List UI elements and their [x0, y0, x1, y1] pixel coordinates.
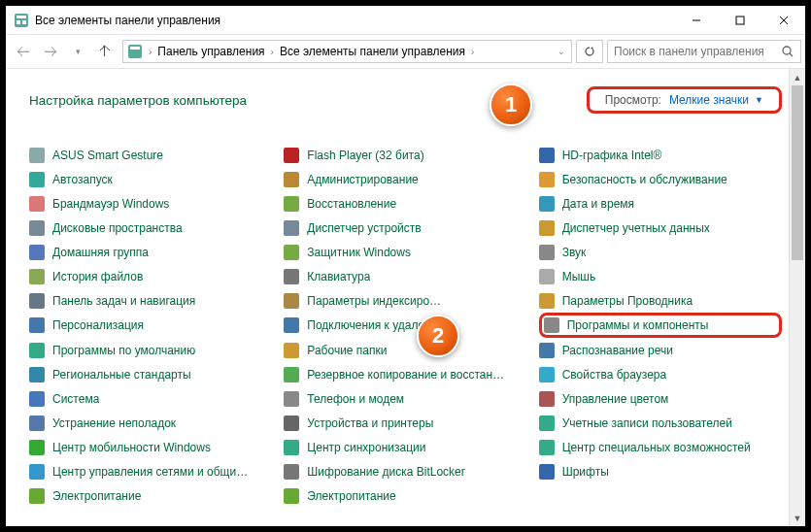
cpl-item-icon	[539, 391, 555, 407]
cpl-item-label: Телефон и модем	[307, 392, 404, 406]
cpl-item-label: Электропитание	[52, 489, 141, 503]
cpl-item-icon	[284, 367, 299, 382]
address-dropdown-icon[interactable]: ⌄	[556, 47, 567, 56]
cpl-item[interactable]: HD-графика Intel®	[539, 143, 782, 167]
cpl-item[interactable]: Дисковые пространства	[29, 216, 272, 240]
up-button[interactable]: 🡡	[91, 38, 118, 65]
cpl-item-label: Центр мобильности Windows	[52, 441, 211, 454]
cpl-item[interactable]: Устранение неполадок	[29, 411, 272, 435]
cpl-item-icon	[29, 220, 45, 236]
search-icon[interactable]	[781, 45, 794, 58]
cpl-item[interactable]: Восстановление	[284, 191, 526, 216]
cpl-item-icon	[284, 343, 299, 358]
cpl-item[interactable]: Параметры Проводника	[539, 288, 782, 313]
cpl-item[interactable]: Электропитание	[284, 483, 526, 508]
cpl-item-icon	[29, 464, 45, 480]
cpl-item-icon	[29, 196, 45, 212]
cpl-item[interactable]: Шифрование диска BitLocker	[284, 459, 526, 483]
cpl-item[interactable]: Безопасность и обслуживание	[539, 167, 782, 191]
annotation-2: 2	[417, 315, 459, 357]
cpl-item-label: Администрирование	[307, 173, 418, 186]
cpl-item[interactable]: Программы по умолчанию	[29, 338, 272, 362]
cpl-item[interactable]: Региональные стандарты	[29, 362, 272, 386]
cpl-item-label: Flash Player (32 бита)	[307, 149, 423, 162]
cpl-item[interactable]: Устройства и принтеры	[284, 411, 526, 435]
cpl-item-icon	[539, 269, 555, 284]
cpl-item-label: Резервное копирование и восстан…	[307, 368, 504, 382]
cpl-item-icon	[539, 343, 555, 358]
crumb-sep-icon[interactable]: ›	[469, 47, 476, 57]
cpl-item-label: История файлов	[52, 270, 143, 283]
cpl-item[interactable]: Электропитание	[29, 483, 272, 508]
minimize-button[interactable]	[674, 6, 718, 34]
cpl-item[interactable]: История файлов	[29, 264, 272, 288]
cpl-item[interactable]: Рабочие папки	[284, 338, 526, 362]
cpl-item-icon	[539, 245, 555, 260]
cpl-item[interactable]: Дата и время	[539, 191, 782, 216]
cpl-item[interactable]: ASUS Smart Gesture	[29, 143, 272, 167]
cpl-item-label: Региональные стандарты	[52, 368, 191, 382]
cpl-item[interactable]: Параметры индексиро…	[284, 288, 526, 313]
cpl-item-label: ASUS Smart Gesture	[52, 149, 163, 162]
scroll-thumb[interactable]	[792, 85, 803, 260]
cpl-item[interactable]: Клавиатура	[284, 264, 526, 288]
address-bar[interactable]: › Панель управления › Все элементы панел…	[122, 40, 572, 63]
cpl-item-icon	[284, 172, 299, 187]
forward-button[interactable]: 🡢	[37, 38, 64, 65]
crumb-sep-icon[interactable]: ›	[147, 47, 153, 57]
cpl-item[interactable]: Flash Player (32 бита)	[284, 143, 526, 167]
refresh-button[interactable]	[576, 40, 603, 63]
cpl-item[interactable]: Свойства браузера	[539, 362, 782, 386]
cpl-item[interactable]: Центр синхронизации	[284, 435, 526, 459]
cpl-item-icon	[539, 148, 555, 163]
cpl-item-icon	[29, 343, 45, 358]
cpl-item[interactable]: Центр мобильности Windows	[29, 435, 272, 459]
crumb-sep-icon[interactable]: ›	[269, 47, 276, 57]
cpl-item[interactable]: Учетные записи пользователей	[539, 411, 782, 435]
view-mode-button[interactable]: Просмотр: Мелкие значки ▼	[587, 86, 782, 114]
svg-rect-5	[736, 17, 744, 24]
search-input[interactable]	[614, 45, 781, 58]
cpl-item[interactable]: Автозапуск	[29, 167, 272, 191]
cpl-item-icon	[539, 440, 555, 455]
cpl-item[interactable]: Мышь	[539, 264, 782, 288]
maximize-button[interactable]	[718, 6, 761, 34]
cpl-item-icon	[29, 367, 45, 382]
cpl-item-label: Автозапуск	[52, 173, 113, 186]
scroll-down-button[interactable]: ▼	[790, 510, 805, 526]
cpl-item[interactable]: Защитник Windows	[284, 240, 526, 264]
cpl-item[interactable]: Управление цветом	[539, 386, 782, 411]
cpl-item[interactable]: Центр управления сетями и общи…	[29, 459, 272, 483]
cpl-item[interactable]: Диспетчер устройств	[284, 216, 526, 240]
cpl-item[interactable]: Диспетчер учетных данных	[539, 216, 782, 240]
breadcrumb-root[interactable]: Панель управления	[153, 45, 268, 58]
cpl-item[interactable]: Брандмауэр Windows	[29, 191, 272, 216]
cpl-item[interactable]: Программы и компоненты	[539, 313, 782, 338]
cpl-item-icon	[284, 488, 299, 504]
cpl-item-label: Шифрование диска BitLocker	[307, 465, 464, 479]
back-button[interactable]: 🡠	[10, 38, 37, 65]
scroll-up-button[interactable]: ▲	[790, 69, 805, 85]
cpl-item[interactable]: Резервное копирование и восстан…	[284, 362, 526, 386]
cpl-item[interactable]: Панель задач и навигация	[29, 288, 272, 313]
cpl-item[interactable]: Домашняя группа	[29, 240, 272, 264]
cpl-item[interactable]: Персонализация	[29, 313, 272, 337]
search-box[interactable]	[607, 40, 801, 63]
cpl-item[interactable]: Администрирование	[284, 167, 526, 191]
cpl-item[interactable]: Распознавание речи	[539, 338, 782, 362]
cpl-item[interactable]: Звук	[539, 240, 782, 264]
cpl-item-label: Центр управления сетями и общи…	[52, 465, 248, 479]
cpl-item[interactable]: Центр специальных возможностей	[539, 435, 782, 459]
recent-button[interactable]: ▾	[64, 38, 91, 65]
cpl-item[interactable]: Система	[29, 386, 272, 411]
close-button[interactable]	[761, 6, 805, 34]
scrollbar[interactable]: ▲ ▼	[789, 69, 805, 526]
svg-rect-3	[22, 20, 26, 24]
cpl-item-label: Программы по умолчанию	[52, 344, 195, 357]
cpl-item-label: Мышь	[562, 270, 596, 283]
cpl-item-icon	[29, 293, 45, 309]
breadcrumb-current[interactable]: Все элементы панели управления	[276, 45, 469, 58]
cpl-item[interactable]: Шрифты	[539, 459, 782, 483]
cpl-item[interactable]: Телефон и модем	[284, 386, 526, 411]
cpl-item[interactable]: Подключения к удале…	[284, 313, 526, 337]
